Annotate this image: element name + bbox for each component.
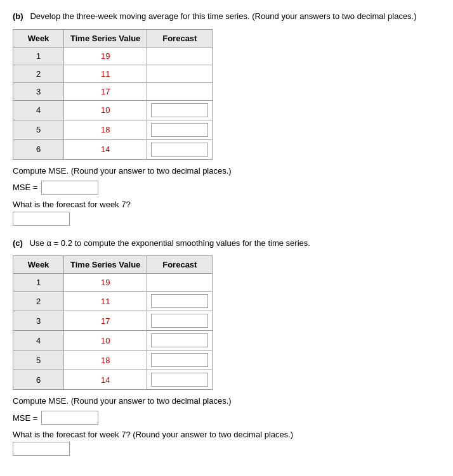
part-b-week7-row: What is the forecast for week 7? [13, 200, 440, 226]
forecast-cell[interactable] [147, 292, 213, 311]
table-row: 518 [13, 351, 213, 370]
part-c-header: (c) Use α = 0.2 to compute the exponenti… [13, 237, 440, 250]
forecast-cell[interactable] [147, 351, 213, 370]
table-row: 614 [13, 370, 213, 390]
table-row: 410 [13, 331, 213, 351]
part-c-instruction: Use α = 0.2 to compute the exponential s… [30, 238, 310, 248]
table-row: 518 [13, 120, 213, 139]
forecast-cell[interactable] [147, 370, 213, 390]
forecast-cell[interactable] [147, 331, 213, 351]
part-c-section: (c) Use α = 0.2 to compute the exponenti… [13, 237, 440, 456]
part-c-col3-header: Forecast [147, 256, 213, 274]
part-b-col1-header: Week [13, 29, 64, 47]
forecast-cell [147, 47, 213, 65]
part-b-header: (b) Develop the three-week moving averag… [13, 10, 440, 23]
part-b-mse-input[interactable] [41, 181, 98, 195]
value-cell: 10 [64, 331, 147, 351]
part-c-mse-label: Compute MSE. (Round your answer to two d… [13, 396, 232, 406]
part-b-col3-header: Forecast [147, 29, 213, 47]
value-cell: 10 [64, 100, 147, 120]
week-cell: 5 [13, 351, 64, 370]
part-c-mse-prefix: MSE = [13, 413, 37, 423]
week-cell: 6 [13, 139, 64, 159]
table-row: 119 [13, 47, 213, 65]
part-b-instruction: Develop the three-week moving average fo… [30, 11, 416, 21]
forecast-input[interactable] [151, 143, 208, 157]
part-c-week7-row: What is the forecast for week 7? (Round … [13, 430, 440, 456]
week-cell: 1 [13, 47, 64, 65]
part-c-week7-input[interactable] [13, 442, 70, 456]
part-c-week7-input-wrapper [13, 442, 440, 456]
forecast-input[interactable] [151, 333, 208, 347]
value-cell: 19 [64, 274, 147, 292]
value-cell: 19 [64, 47, 147, 65]
table-row: 119 [13, 274, 213, 292]
forecast-cell[interactable] [147, 100, 213, 120]
part-c-mse-input[interactable] [41, 411, 98, 425]
part-b-week7-label: What is the forecast for week 7? [13, 200, 131, 209]
forecast-input[interactable] [151, 373, 208, 387]
forecast-input[interactable] [151, 123, 208, 137]
forecast-cell [147, 82, 213, 100]
part-c-label: (c) [13, 238, 23, 248]
week-cell: 4 [13, 100, 64, 120]
forecast-cell [147, 274, 213, 292]
forecast-cell [147, 65, 213, 82]
part-b-week7-input-wrapper [13, 212, 440, 226]
forecast-input[interactable] [151, 314, 208, 328]
forecast-input[interactable] [151, 353, 208, 367]
forecast-cell[interactable] [147, 139, 213, 159]
week-cell: 2 [13, 65, 64, 82]
part-b-mse-input-row: MSE = [13, 181, 440, 195]
week-cell: 3 [13, 311, 64, 331]
forecast-cell[interactable] [147, 120, 213, 139]
value-cell: 18 [64, 351, 147, 370]
week-cell: 5 [13, 120, 64, 139]
part-b-mse-prefix: MSE = [13, 183, 37, 192]
part-c-mse-row: Compute MSE. (Round your answer to two d… [13, 396, 440, 406]
week-cell: 4 [13, 331, 64, 351]
part-c-table: Week Time Series Value Forecast 11921131… [13, 255, 213, 390]
table-row: 410 [13, 100, 213, 120]
value-cell: 17 [64, 311, 147, 331]
week-cell: 3 [13, 82, 64, 100]
part-c-col2-header: Time Series Value [64, 256, 147, 274]
table-row: 317 [13, 82, 213, 100]
value-cell: 11 [64, 292, 147, 311]
forecast-cell[interactable] [147, 311, 213, 331]
forecast-input[interactable] [151, 103, 208, 117]
week-cell: 6 [13, 370, 64, 390]
part-b-col2-header: Time Series Value [64, 29, 147, 47]
part-c-mse-input-row: MSE = [13, 411, 440, 425]
part-b-week7-input[interactable] [13, 212, 70, 226]
part-b-mse-row: Compute MSE. (Round your answer to two d… [13, 166, 440, 176]
value-cell: 14 [64, 370, 147, 390]
value-cell: 11 [64, 65, 147, 82]
part-b-section: (b) Develop the three-week moving averag… [13, 10, 440, 226]
value-cell: 18 [64, 120, 147, 139]
table-row: 317 [13, 311, 213, 331]
value-cell: 14 [64, 139, 147, 159]
value-cell: 17 [64, 82, 147, 100]
part-b-mse-label: Compute MSE. (Round your answer to two d… [13, 166, 232, 176]
part-b-table: Week Time Series Value Forecast 11921131… [13, 29, 213, 160]
table-row: 211 [13, 292, 213, 311]
table-row: 211 [13, 65, 213, 82]
part-c-col1-header: Week [13, 256, 64, 274]
table-row: 614 [13, 139, 213, 159]
forecast-input[interactable] [151, 294, 208, 308]
part-b-label: (b) [13, 11, 23, 21]
part-c-week7-label: What is the forecast for week 7? (Round … [13, 430, 293, 439]
week-cell: 2 [13, 292, 64, 311]
week-cell: 1 [13, 274, 64, 292]
